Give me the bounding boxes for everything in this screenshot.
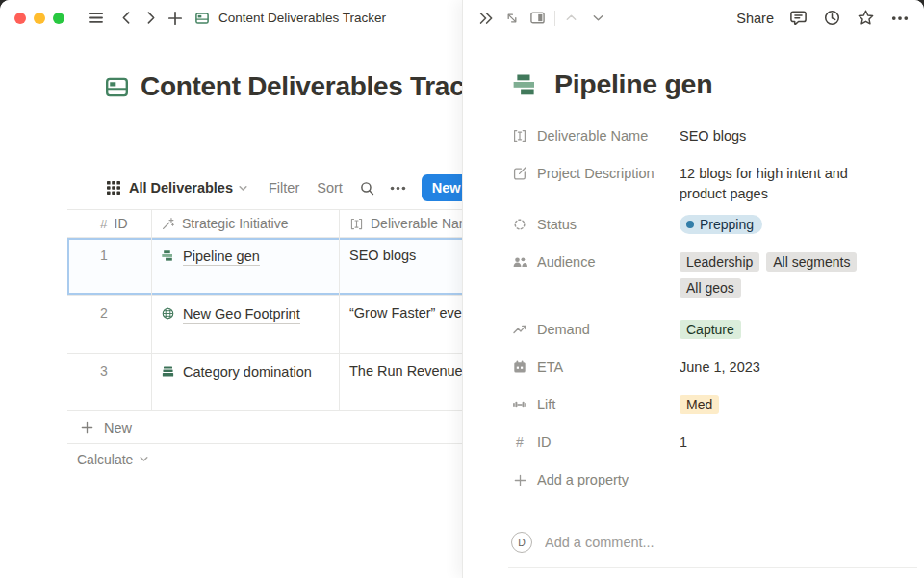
more-icon[interactable] — [389, 179, 407, 197]
property-label[interactable]: ETA — [512, 351, 680, 383]
tag-badge[interactable]: Capture — [680, 320, 741, 339]
side-peek-panel: Share Pipeline gen — [462, 0, 924, 578]
page-icon-bar-chart[interactable] — [511, 70, 540, 99]
close-peek-icon[interactable] — [477, 10, 495, 27]
property-label[interactable]: Lift — [512, 388, 680, 421]
page-icon-database[interactable] — [104, 74, 130, 100]
plus-icon — [80, 420, 94, 434]
property-label[interactable]: # ID — [512, 426, 680, 459]
more-icon[interactable] — [890, 9, 910, 28]
cell-deliverable[interactable]: SEO blogs — [340, 238, 463, 295]
property-value[interactable]: June 1, 2023 — [680, 351, 896, 378]
calculate-button[interactable]: Calculate — [67, 444, 463, 474]
sidebar-menu-icon[interactable] — [87, 9, 105, 27]
status-label: Prepping — [700, 217, 754, 232]
add-row-button[interactable]: New — [67, 411, 463, 444]
property-value[interactable]: 1 — [680, 426, 896, 453]
tag-badge[interactable]: Med — [680, 395, 719, 414]
add-property-button[interactable]: Add a property — [512, 463, 916, 496]
wand-icon — [161, 217, 175, 231]
deliverables-table: # ID Strategic Initiative Deliverable Na… — [67, 209, 463, 474]
section-divider — [508, 512, 917, 512]
property-row-audience: Audience Leadership All segments All geo… — [512, 246, 916, 298]
property-value[interactable]: Med — [680, 388, 889, 414]
comment-input[interactable] — [545, 535, 862, 550]
hash-icon: # — [100, 217, 108, 231]
column-label: Deliverable Name — [371, 216, 463, 231]
zoom-window-button[interactable] — [53, 13, 64, 24]
status-badge[interactable]: Prepping — [680, 215, 762, 234]
cell-strategic-initiative[interactable]: Category domination — [152, 354, 340, 410]
property-row-project-description: Project Description 12 blogs for high in… — [512, 157, 916, 203]
page-link[interactable]: Category domination — [183, 363, 312, 381]
forward-icon[interactable] — [142, 10, 159, 26]
property-label[interactable]: Project Description — [512, 157, 680, 190]
property-name: Project Description — [537, 166, 654, 181]
new-tab-icon[interactable] — [167, 10, 184, 27]
property-value[interactable]: Leadership All segments All geos — [680, 246, 889, 298]
tag-badge[interactable]: All segments — [766, 252, 857, 272]
tag-badge[interactable]: Leadership — [680, 252, 759, 272]
sort-button[interactable]: Sort — [317, 180, 343, 196]
expand-page-icon[interactable] — [504, 11, 520, 26]
column-header-id[interactable]: # ID — [67, 210, 152, 237]
column-header-strategic-initiative[interactable]: Strategic Initiative — [152, 210, 340, 237]
cell-id[interactable]: 2 — [67, 296, 152, 353]
property-label[interactable]: Demand — [512, 313, 680, 346]
new-button-label[interactable]: New — [422, 174, 463, 201]
chevron-down-icon — [139, 454, 149, 464]
avatar: D — [511, 532, 532, 553]
cell-strategic-initiative[interactable]: New Geo Footprint — [152, 296, 340, 353]
search-icon[interactable] — [359, 180, 375, 197]
table-row[interactable]: 2 New Geo Footprint “Grow Faster” eve — [67, 296, 463, 354]
page-link[interactable]: Pipeline gen — [183, 248, 260, 266]
tag-badge[interactable]: All geos — [680, 278, 741, 298]
favorite-star-icon[interactable] — [857, 9, 875, 27]
view-selector[interactable]: All Deliverables — [129, 180, 233, 196]
next-record-chevron-down-icon[interactable] — [591, 11, 605, 25]
column-header-deliverable-name[interactable]: Deliverable Name — [340, 210, 463, 237]
cell-id[interactable]: 3 — [67, 354, 152, 410]
property-value[interactable]: 12 blogs for high intent and product pag… — [680, 157, 896, 203]
minimize-window-button[interactable] — [34, 13, 45, 24]
calendar-icon — [512, 359, 527, 375]
calculate-label: Calculate — [77, 452, 133, 467]
property-value[interactable]: SEO blogs — [680, 119, 896, 146]
spinner-icon — [512, 217, 527, 232]
page-link[interactable]: New Geo Footprint — [183, 305, 300, 324]
property-list: Deliverable Name SEO blogs Project Descr… — [512, 119, 916, 496]
property-row-deliverable-name: Deliverable Name SEO blogs — [512, 119, 916, 152]
cell-id[interactable]: 1 — [67, 238, 152, 295]
share-button[interactable]: Share — [736, 11, 774, 26]
table-view-icon[interactable] — [106, 180, 121, 196]
property-label[interactable]: Status — [512, 208, 680, 241]
new-record-button[interactable]: New — [422, 174, 463, 201]
history-clock-icon[interactable] — [823, 9, 841, 27]
property-label[interactable]: Deliverable Name — [512, 119, 680, 152]
chevron-down-icon[interactable] — [238, 183, 248, 194]
comments-icon[interactable] — [789, 9, 808, 27]
people-icon — [512, 254, 527, 270]
peek-page-title[interactable]: Pipeline gen — [554, 68, 712, 100]
comment-composer: D — [511, 532, 916, 553]
dumbbell-icon — [512, 397, 527, 412]
property-row-status: Status Prepping — [512, 208, 916, 241]
notion-window: Content Deliverables Tracker Content Del… — [0, 0, 924, 578]
table-row[interactable]: 1 Pipeline gen SEO blogs — [67, 238, 463, 296]
back-icon[interactable] — [118, 10, 135, 26]
property-value[interactable]: Prepping — [680, 208, 889, 234]
close-window-button[interactable] — [14, 13, 26, 24]
text-cursor-icon — [349, 217, 364, 231]
cell-deliverable[interactable]: “Grow Faster” eve — [340, 296, 463, 353]
page-title[interactable]: Content Deliverables Tracker — [141, 71, 462, 102]
previous-record-chevron-up-icon[interactable] — [564, 11, 578, 25]
property-value[interactable]: Capture — [680, 313, 889, 339]
stack-icon — [161, 364, 175, 381]
property-label[interactable]: Audience — [512, 246, 680, 278]
side-peek-mode-icon[interactable] — [529, 10, 546, 26]
cell-strategic-initiative[interactable]: Pipeline gen — [152, 238, 340, 295]
property-row-id: # ID 1 — [512, 426, 916, 459]
table-row[interactable]: 3 Category domination The Run Revenue S — [67, 354, 463, 411]
cell-deliverable[interactable]: The Run Revenue S — [340, 354, 463, 410]
filter-button[interactable]: Filter — [269, 180, 299, 196]
